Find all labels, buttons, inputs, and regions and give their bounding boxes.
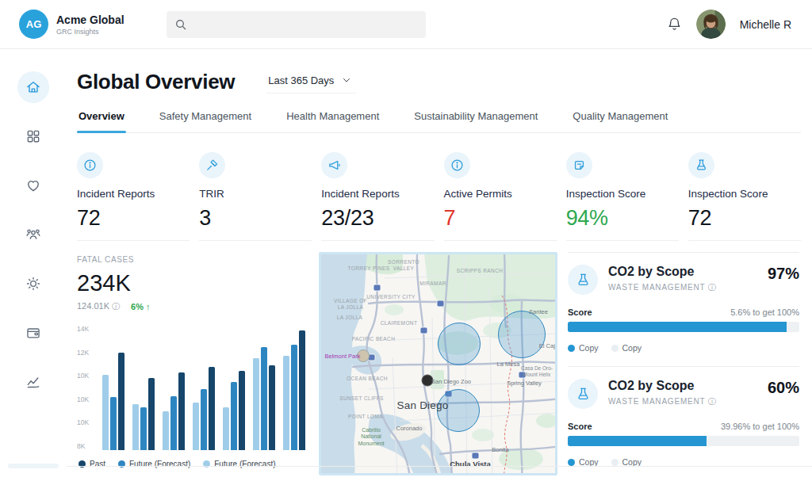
- legend-item[interactable]: Past: [79, 460, 105, 468]
- sidebar-item-trend-icon[interactable]: [17, 366, 49, 398]
- brand[interactable]: AG Acme Global GRC Insights: [19, 10, 167, 39]
- tab-sustainability-management[interactable]: Sustainability Management: [412, 110, 539, 132]
- megaphone-icon: [321, 152, 347, 178]
- kpi-value: 7: [444, 206, 557, 231]
- legend-copy-2[interactable]: Copy: [611, 343, 642, 353]
- search-input[interactable]: [193, 18, 418, 30]
- info-icon[interactable]: ⓘ: [112, 302, 120, 311]
- score-progress-fill: [568, 436, 707, 446]
- user-avatar[interactable]: [696, 10, 726, 39]
- tab-safety-management[interactable]: Safety Management: [158, 110, 253, 132]
- panel-subtitle: WASTE MANAGEMENT: [608, 283, 705, 292]
- bar-past: [299, 330, 305, 450]
- kpi-card-incident-reports[interactable]: Incident Reports72: [77, 152, 190, 241]
- bar-group: [223, 371, 245, 450]
- bar-future-forecast-: [110, 397, 117, 450]
- sidebar-item-home-icon[interactable]: [17, 71, 49, 103]
- info-icon[interactable]: ⓘ: [708, 397, 717, 406]
- bar-future-forecast-: [163, 411, 169, 450]
- co2-panels: CO2 by Scope WASTE MANAGEMENT ⓘ 97% Scor…: [568, 252, 801, 480]
- kpi-value: 94%: [566, 206, 679, 231]
- bar-future-forecast-: [193, 403, 199, 450]
- map-base-tiles: [321, 254, 557, 475]
- note-icon: [566, 152, 592, 178]
- date-range-value: Last 365 Days: [268, 74, 334, 86]
- chart-delta: 6% ↑: [131, 302, 150, 311]
- map-san-diego[interactable]: TORREY PINESSORRENTO VALLEYSCRIPPS RANCH…: [319, 252, 557, 475]
- search-icon: [174, 18, 187, 31]
- bar-future-forecast-: [223, 407, 229, 450]
- kpi-card-inspection-score[interactable]: Inspection Score94%: [566, 152, 679, 241]
- main-content: Global Overview Last 365 Days OverviewSa…: [67, 49, 812, 504]
- sidebar-item-people-icon[interactable]: [17, 219, 49, 250]
- y-tick: 10K: [77, 418, 98, 426]
- legend-item[interactable]: Future (Forecast): [203, 460, 275, 468]
- avatar-photo: [696, 10, 726, 39]
- kpi-card-trir[interactable]: TRIR3: [199, 152, 312, 241]
- bar-future-forecast-: [231, 382, 237, 450]
- tab-health-management[interactable]: Health Management: [285, 110, 381, 132]
- legend-item[interactable]: Future (Forecast): [118, 460, 190, 468]
- score-progress-fill: [568, 322, 787, 332]
- kpi-card-active-permits[interactable]: Active Permits7: [444, 152, 557, 241]
- flask-icon: [688, 152, 714, 178]
- sidebar-item-wallet-icon[interactable]: [17, 317, 49, 349]
- san-diego-zoo-marker[interactable]: [422, 375, 434, 387]
- user-name: Michelle R: [740, 18, 791, 31]
- bar-group: [132, 378, 155, 450]
- hammer-icon: [199, 152, 225, 178]
- legend-dot: [611, 345, 619, 352]
- bar-future-forecast-: [291, 345, 297, 450]
- info-icon[interactable]: ⓘ: [708, 283, 717, 292]
- kpi-card-incident-reports[interactable]: Incident Reports23/23: [321, 152, 434, 241]
- search-bar[interactable]: [167, 11, 426, 38]
- product-name: GRC Insights: [56, 28, 124, 36]
- bar-past: [118, 353, 124, 450]
- co2-panel-2: CO2 by Scope WASTE MANAGEMENT ⓘ 60% Scor…: [568, 366, 799, 480]
- tab-bar: OverviewSafety ManagementHealth Manageme…: [77, 110, 801, 133]
- score-label: Score: [568, 422, 592, 431]
- chart-bars: [98, 325, 308, 450]
- legend-dot: [568, 459, 575, 466]
- bar-future-forecast-: [102, 375, 109, 450]
- bar-past: [209, 367, 215, 450]
- notifications-bell-icon[interactable]: [667, 17, 682, 32]
- kpi-value: 23/23: [321, 206, 434, 231]
- tab-overview[interactable]: Overview: [77, 110, 126, 132]
- panel-title: CO2 by Scope: [608, 379, 717, 393]
- kpi-label: Incident Reports: [321, 188, 434, 200]
- chevron-down-icon: [342, 75, 351, 85]
- y-tick: 8K: [77, 442, 98, 450]
- kpi-card-inspection-score[interactable]: Inspection Score72: [688, 152, 801, 241]
- y-tick: 10K: [77, 372, 98, 380]
- date-range-select[interactable]: Last 365 Days: [266, 71, 356, 94]
- kpi-value: 3: [199, 206, 312, 231]
- company-logo[interactable]: AG: [19, 10, 48, 39]
- y-tick: 10K: [77, 395, 98, 403]
- panel-subtitle: WASTE MANAGEMENT: [608, 397, 705, 406]
- legend-dot: [568, 345, 575, 352]
- fatal-cases-chart-card: FATAL CASES 234K 124.01K ⓘ 6% ↑ 14K12K10…: [77, 252, 308, 480]
- panel-value: 97%: [768, 265, 799, 283]
- bar-future-forecast-: [261, 347, 267, 450]
- sidebar-item-heart-icon[interactable]: [17, 170, 49, 201]
- bottom-divider: [67, 466, 812, 467]
- bar-group: [102, 353, 124, 450]
- bar-future-forecast-: [132, 404, 139, 450]
- kpi-label: Inspection Score: [688, 188, 801, 200]
- bar-group: [253, 347, 275, 450]
- co2-panel-1: CO2 by Scope WASTE MANAGEMENT ⓘ 97% Scor…: [568, 252, 799, 366]
- panel-title: CO2 by Scope: [608, 265, 717, 279]
- chart-title: FATAL CASES: [77, 255, 308, 264]
- legend-copy-1[interactable]: Copy: [568, 343, 599, 353]
- sidebar-item-grid-icon[interactable]: [17, 120, 49, 152]
- sidebar-nav: [0, 49, 67, 504]
- kpi-row: Incident Reports72TRIR3Incident Reports2…: [77, 152, 801, 241]
- bar-group: [163, 372, 185, 450]
- top-bar: AG Acme Global GRC Insights Michelle R: [0, 0, 812, 49]
- sidebar-item-sun-icon[interactable]: [17, 268, 49, 300]
- score-progress-bar: [568, 436, 799, 446]
- y-tick: 12K: [77, 349, 98, 357]
- tab-quality-management[interactable]: Quality Management: [571, 110, 669, 132]
- belmont-park-marker[interactable]: [357, 349, 370, 362]
